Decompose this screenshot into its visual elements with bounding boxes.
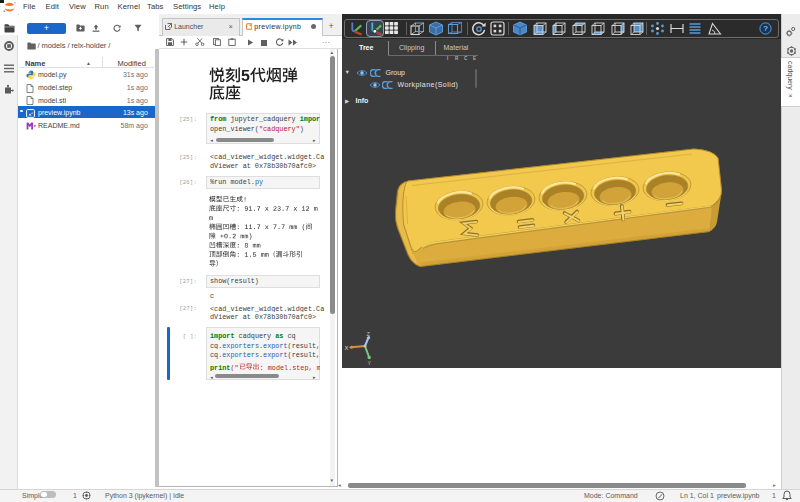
svg-text:Y: Y <box>368 360 372 366</box>
svg-text:X: X <box>345 345 349 351</box>
svg-text:Z: Z <box>367 331 371 337</box>
svg-text:?: ? <box>763 24 768 33</box>
